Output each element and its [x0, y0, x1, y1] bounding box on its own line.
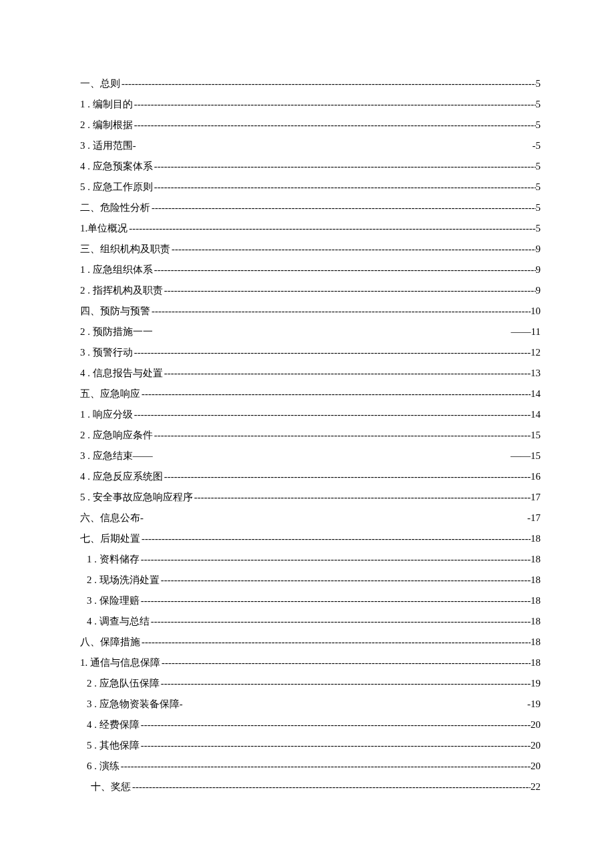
toc-page-number: 20: [531, 715, 541, 735]
toc-entry: 2 . 应急队伍保障 -----------------------------…: [80, 673, 541, 694]
toc-entry: 3 . 适用范围-: [80, 135, 541, 156]
toc-page-number: 5: [536, 94, 541, 115]
toc-label: 3 . 应急物资装备保障-: [87, 694, 183, 715]
toc-entry: 4 . 调查与总结 ------------------------------…: [80, 611, 541, 632]
toc-page-number: 10: [531, 301, 541, 322]
toc-label: 五、应急响应: [80, 384, 140, 404]
toc-leader-dashes: ----------------------------------------…: [139, 549, 531, 570]
toc-leader-dashes: ----------------------------------------…: [170, 239, 536, 260]
toc-label: 2 . 应急响应条件: [80, 425, 153, 446]
toc-label: 6 . 演练: [87, 756, 119, 777]
toc-label: 5 . 其他保障: [87, 735, 139, 756]
toc-leader-dashes: ----------------------------------------…: [153, 177, 536, 197]
toc-leader-dashes: ----------------------------------------…: [193, 487, 531, 508]
toc-entry: 一、总则 -----------------------------------…: [80, 73, 541, 94]
toc-page-number: 18: [531, 570, 541, 590]
toc-entry: 2 . 指挥机构及职责 ----------------------------…: [80, 280, 541, 301]
toc-leader-dashes: ----------------------------------------…: [153, 156, 536, 177]
toc-leader-space: [136, 135, 533, 156]
toc-label: 1.单位概况: [80, 218, 127, 239]
toc-leader-dashes: ----------------------------------------…: [163, 466, 531, 487]
toc-page-number: 20: [531, 756, 541, 777]
toc-label: 2 . 预防措施一一: [80, 322, 153, 342]
toc-entry: 1.单位概况----------------------------------…: [80, 218, 541, 239]
toc-page-number: -5: [533, 135, 541, 156]
toc-leader-dashes: ----------------------------------------…: [160, 673, 531, 694]
toc-entry: 5 . 应急工作原则 -----------------------------…: [80, 177, 541, 197]
toc-label: 2 . 编制根据: [80, 115, 133, 135]
toc-leader-dashes: ----------------------------------------…: [160, 570, 531, 590]
toc-leader-dashes: ----------------------------------------…: [153, 425, 531, 446]
toc-leader-dashes: ----------------------------------------…: [150, 197, 536, 218]
toc-leader-space: [143, 508, 527, 528]
toc-page-number: 16: [531, 466, 541, 487]
toc-page-number: 18: [531, 528, 541, 549]
toc-page: 一、总则 -----------------------------------…: [0, 0, 614, 868]
toc-entry: 4 . 应急预案体系 -----------------------------…: [80, 156, 541, 177]
toc-label: 三、组织机构及职责: [80, 239, 170, 260]
toc-label: 3 . 预警行动: [80, 342, 133, 363]
toc-leader-dashes: ----------------------------------------…: [140, 528, 531, 549]
toc-page-number: 17: [531, 487, 541, 508]
toc-label: 四、预防与预警: [80, 301, 150, 322]
toc-page-number: 15: [531, 425, 541, 446]
toc-entry: 3 . 预警行动--------------------------------…: [80, 342, 541, 363]
toc-entry: 2 . 现场洗消处置 -----------------------------…: [80, 570, 541, 590]
toc-entry: 6 . 演练 ---------------------------------…: [80, 756, 541, 777]
toc-page-number: 18: [531, 611, 541, 632]
toc-entry: 3 . 保险理赔 -------------------------------…: [80, 590, 541, 611]
toc-label: 4 . 经费保障: [87, 715, 139, 735]
toc-page-number: -17: [527, 508, 541, 528]
toc-page-number: ——15: [511, 446, 541, 466]
toc-entry: 4 . 应急反应系统图 ----------------------------…: [80, 466, 541, 487]
toc-label: 2 . 指挥机构及职责: [80, 280, 163, 301]
toc-label: 七、后期处置: [80, 528, 140, 549]
toc-page-number: ——11: [511, 322, 541, 342]
toc-leader-dashes: ----------------------------------------…: [160, 653, 531, 673]
toc-entry: 五、应急响应 ---------------------------------…: [80, 384, 541, 404]
toc-entry: 2 . 应急响应条件 -----------------------------…: [80, 425, 541, 446]
toc-label: 5 . 安全事故应急响应程序: [80, 487, 193, 508]
toc-entry: 4 . 经费保障 -------------------------------…: [80, 715, 541, 735]
toc-leader-dashes: ----------------------------------------…: [133, 94, 536, 115]
toc-label: 3 . 应急结束——: [80, 446, 153, 466]
toc-label: 1 . 响应分级: [80, 404, 133, 425]
toc-page-number: 20: [531, 735, 541, 756]
toc-label: 2 . 现场洗消处置: [87, 570, 160, 590]
toc-entry: 4 . 信息报告与处置-----------------------------…: [80, 363, 541, 384]
toc-page-number: 14: [531, 384, 541, 404]
toc-page-number: 5: [536, 177, 541, 197]
toc-entry: 1 . 响应分级 -------------------------------…: [80, 404, 541, 425]
toc-label: 5 . 应急工作原则: [80, 177, 153, 197]
toc-entry: 1 . 编制目的 -------------------------------…: [80, 94, 541, 115]
toc-leader-dashes: ----------------------------------------…: [140, 384, 531, 404]
toc-entry: 四、预防与预警 --------------------------------…: [80, 301, 541, 322]
toc-page-number: 5: [536, 197, 541, 218]
toc-leader-dashes: ----------------------------------------…: [163, 363, 531, 384]
toc-leader-dashes: ----------------------------------------…: [133, 115, 536, 135]
toc-page-number: 14: [531, 404, 541, 425]
toc-entry: 六、信息公布-: [80, 508, 541, 528]
toc-leader-dashes: ----------------------------------------…: [120, 73, 536, 94]
toc-page-number: 18: [531, 549, 541, 570]
toc-leader-dashes: ----------------------------------------…: [131, 777, 531, 797]
toc-page-number: -19: [527, 694, 541, 715]
toc-label: 十、奖惩: [91, 777, 131, 797]
toc-page-number: 18: [531, 653, 541, 673]
toc-leader-space: [183, 694, 527, 715]
toc-page-number: 5: [536, 73, 541, 94]
toc-label: 4 . 调查与总结: [87, 611, 149, 632]
toc-page-number: 22: [531, 777, 541, 797]
toc-leader-dashes: ----------------------------------------…: [149, 611, 531, 632]
toc-leader-dashes: ----------------------------------------…: [139, 735, 531, 756]
toc-label: 二、危险性分析: [80, 197, 150, 218]
toc-entry: 3 . 应急结束——: [80, 446, 541, 466]
toc-page-number: 18: [531, 632, 541, 653]
toc-label: 一、总则: [80, 73, 120, 94]
toc-entry: 2 . 编制根据 -------------------------------…: [80, 115, 541, 135]
toc-leader-dashes: ----------------------------------------…: [140, 632, 531, 653]
toc-label: 4 . 应急预案体系: [80, 156, 153, 177]
toc-entry: 八、保障措施 ---------------------------------…: [80, 632, 541, 653]
toc-leader-space: [153, 446, 511, 466]
toc-leader-dashes: ----------------------------------------…: [133, 404, 531, 425]
